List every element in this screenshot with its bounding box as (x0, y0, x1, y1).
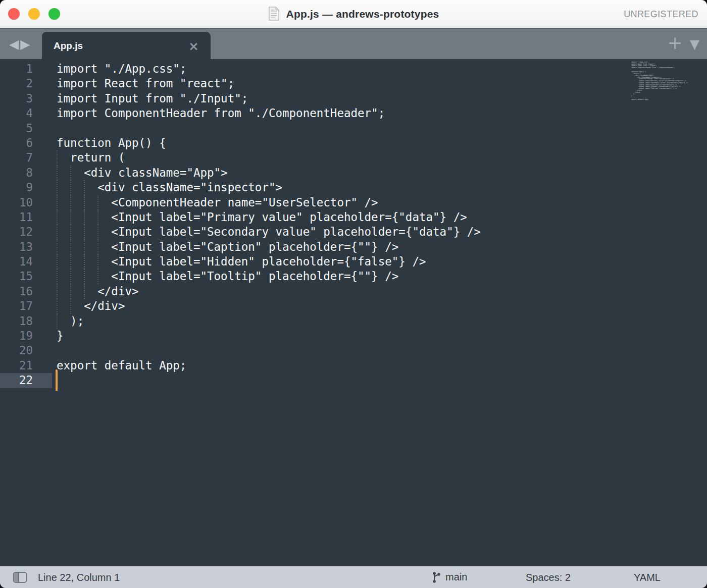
indent-guide (57, 195, 58, 210)
zoom-window-button[interactable] (48, 8, 60, 20)
code-row[interactable]: 11 <Input label="Primary value" placehol… (0, 210, 707, 225)
line-number: 11 (0, 210, 52, 225)
code-row[interactable]: 9 <div className="inspector"> (0, 180, 707, 195)
close-window-button[interactable] (8, 8, 20, 20)
code-row[interactable]: 18 ); (0, 314, 707, 329)
code-row[interactable]: 7 return ( (0, 150, 707, 165)
code-line[interactable]: return ( (57, 150, 707, 165)
line-number: 14 (0, 254, 52, 269)
code-line[interactable]: import React from "react"; (57, 76, 707, 91)
indent-guide (70, 240, 71, 254)
tab-appjs[interactable]: App.js × (42, 32, 211, 60)
code-row[interactable]: 3import Input from "./Input"; (0, 91, 707, 106)
line-number: 15 (0, 269, 52, 284)
code-line[interactable]: <Input label="Hidden" placeholder={"fals… (57, 254, 707, 269)
minimize-window-button[interactable] (28, 8, 40, 20)
traffic-lights (8, 8, 60, 20)
line-number: 8 (0, 166, 52, 180)
code-row[interactable]: 22 (0, 373, 707, 388)
line-number: 1 (0, 62, 52, 76)
code-line[interactable]: <Input label="Primary value" placeholder… (57, 210, 707, 225)
code-row[interactable]: 20 (0, 343, 707, 358)
indent-guide (57, 166, 58, 180)
code-line[interactable]: ); (57, 314, 707, 329)
indent-guide (84, 180, 85, 195)
line-number: 6 (0, 136, 52, 150)
code-row[interactable]: 10 <ComponentHeader name="UserSelector" … (0, 195, 707, 210)
indent-guide (70, 284, 71, 299)
document-icon[interactable] (268, 7, 280, 21)
tab-close-icon[interactable]: × (188, 40, 199, 52)
code-editor[interactable]: 1import "./App.css";2import React from "… (0, 59, 707, 566)
code-line[interactable]: function App() { (57, 136, 707, 150)
code-row[interactable]: 2import React from "react"; (0, 76, 707, 91)
code-line[interactable]: </div> (57, 284, 707, 299)
code-line[interactable]: <div className="App"> (57, 166, 707, 180)
titlebar[interactable]: App.js — andrews-prototypes UNREGISTERED (0, 0, 707, 28)
code-line[interactable]: export default App; (57, 358, 707, 373)
line-number: 17 (0, 299, 52, 313)
code-line[interactable]: import ComponentHeader from "./Component… (57, 106, 707, 121)
code-line[interactable]: } (57, 329, 707, 343)
code-row[interactable]: 12 <Input label="Secondary value" placeh… (0, 225, 707, 239)
indent-guide (70, 210, 71, 225)
code-line[interactable] (57, 343, 707, 358)
code-line[interactable]: <Input label="Caption" placeholder={""} … (57, 240, 707, 254)
indent-guide (97, 210, 98, 225)
indent-guide (70, 269, 71, 284)
indentation-status[interactable]: Spaces: 2 (526, 571, 571, 583)
code-row[interactable]: 15 <Input label="Tooltip" placeholder={"… (0, 269, 707, 284)
window-title: App.js — andrews-prototypes (286, 8, 439, 20)
line-number: 16 (0, 284, 52, 299)
indent-guide (84, 225, 85, 239)
code-line[interactable]: import Input from "./Input"; (57, 91, 707, 106)
code-line[interactable]: <div className="inspector"> (57, 180, 707, 195)
code-row[interactable]: 16 </div> (0, 284, 707, 299)
tab-forward-icon[interactable]: ▶ (20, 38, 30, 50)
git-branch-status[interactable]: main (432, 566, 467, 588)
indent-guide (70, 166, 71, 180)
tab-overflow-icon[interactable]: ▼ (690, 38, 699, 50)
indent-guide (57, 240, 58, 254)
line-number: 3 (0, 91, 52, 106)
registration-status: UNREGISTERED (624, 9, 698, 19)
minimap[interactable]: import "./App.css"; import React from "r… (631, 62, 688, 101)
syntax-status[interactable]: YAML (634, 571, 661, 583)
indent-guide (70, 195, 71, 210)
code-row[interactable]: 19} (0, 329, 707, 343)
git-branch-icon (432, 571, 441, 584)
sublime-text-window: App.js — andrews-prototypes UNREGISTERED… (0, 0, 707, 588)
indent-guide (57, 284, 58, 299)
code-row[interactable]: 14 <Input label="Hidden" placeholder={"f… (0, 254, 707, 269)
code-line[interactable] (57, 121, 707, 136)
code-line[interactable]: <ComponentHeader name="UserSelector" /> (57, 195, 707, 210)
line-number: 13 (0, 240, 52, 254)
title-group: App.js — andrews-prototypes (268, 7, 439, 21)
cursor-position-status[interactable]: Line 22, Column 1 (38, 571, 120, 583)
line-number: 2 (0, 76, 52, 91)
sidebar-toggle-icon[interactable] (13, 572, 27, 583)
line-number: 18 (0, 314, 52, 329)
line-number: 21 (0, 358, 52, 373)
tab-bar: ◀ ▶ App.js × + ▼ (0, 28, 707, 59)
line-number: 5 (0, 121, 52, 136)
tab-back-icon[interactable]: ◀ (9, 38, 19, 50)
code-line[interactable]: </div> (57, 299, 707, 313)
new-tab-icon[interactable]: + (668, 34, 683, 52)
code-row[interactable]: 21export default App; (0, 358, 707, 373)
code-row[interactable]: 5 (0, 121, 707, 136)
code-area[interactable]: 1import "./App.css";2import React from "… (0, 59, 707, 388)
code-row[interactable]: 13 <Input label="Caption" placeholder={"… (0, 240, 707, 254)
indent-guide (70, 299, 71, 313)
code-row[interactable]: 4import ComponentHeader from "./Componen… (0, 106, 707, 121)
code-row[interactable]: 6function App() { (0, 136, 707, 150)
code-line[interactable]: <Input label="Tooltip" placeholder={""} … (57, 269, 707, 284)
code-line[interactable]: <Input label="Secondary value" placehold… (57, 225, 707, 239)
code-line[interactable] (57, 373, 707, 388)
code-row[interactable]: 8 <div className="App"> (0, 166, 707, 180)
code-line[interactable]: import "./App.css"; (57, 62, 707, 76)
code-row[interactable]: 17 </div> (0, 299, 707, 313)
indent-guide (70, 254, 71, 269)
code-row[interactable]: 1import "./App.css"; (0, 62, 707, 76)
git-branch-name: main (445, 571, 467, 583)
